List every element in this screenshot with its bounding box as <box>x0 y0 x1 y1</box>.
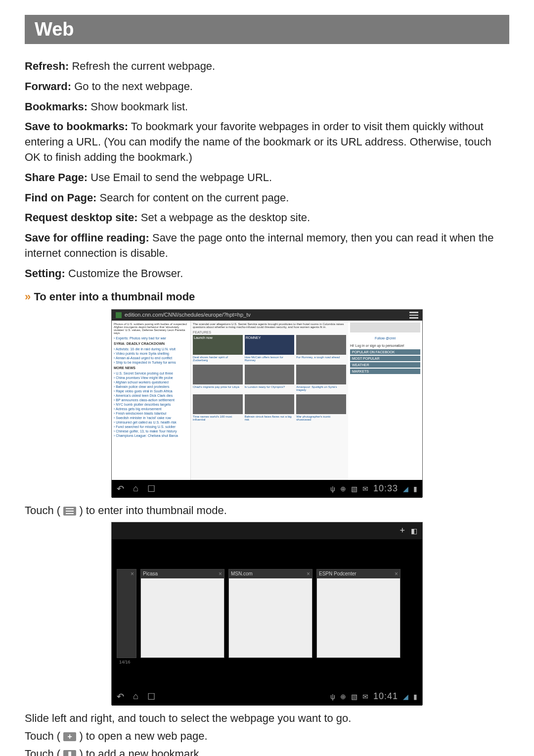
def-bookmarks: Bookmarks: Show bookmark list. <box>25 99 509 115</box>
right-column: Follow @cnni Hi! Log in or sign up to pe… <box>348 321 422 480</box>
status-time: 10:33 <box>373 483 398 494</box>
sd-icon: ▧ <box>351 485 357 493</box>
close-icon: × <box>219 570 222 577</box>
def-setting: Setting: Customize the Browser. <box>25 266 509 282</box>
left-column: Photos of U.S. soldiers posing with bodi… <box>112 321 191 480</box>
status-time: 10:41 <box>373 691 398 702</box>
close-icon: × <box>131 570 134 577</box>
back-icon: ↶ <box>117 483 124 494</box>
instruction-3: Touch ( + ) to open a new web page. <box>25 730 509 743</box>
debug-icon: ⊕ <box>340 693 346 701</box>
usb-icon: ψ <box>330 485 335 493</box>
thumb-picasa: Picasa× <box>140 569 224 658</box>
status-bar: ↶ ⌂ ☐ ψ ⊕ ▧ ✉ 10:33 ◢ ▮ <box>112 480 422 498</box>
subheading-thumbnail-mode: » To enter into a thumbnail mode <box>25 290 509 303</box>
tab-count: 14/16 <box>119 660 131 664</box>
chevrons-icon: » <box>25 290 29 303</box>
def-refresh: Refresh: Refresh the current webpage. <box>25 59 509 74</box>
battery-icon: ▮ <box>413 693 417 701</box>
plus-icon: + <box>63 732 76 741</box>
new-tab-icon: + <box>400 525 405 536</box>
browser-screenshot-1: edition.cnn.com/CNNI/schedules/europe/?h… <box>111 309 423 497</box>
page-content: Photos of U.S. soldiers posing with bodi… <box>112 321 422 480</box>
recent-icon: ☐ <box>147 483 155 494</box>
home-icon: ⌂ <box>133 691 138 702</box>
section-header: Web <box>25 15 509 44</box>
definition-list: Refresh: Refresh the current webpage. Fo… <box>25 59 509 282</box>
thumb-espn: ESPN Podcenter× <box>316 569 400 658</box>
menu-icon <box>409 312 418 319</box>
battery-icon: ▮ <box>413 485 417 493</box>
def-save-to-bookmarks: Save to bookmarks: To bookmark your favo… <box>25 119 509 165</box>
mail-icon: ✉ <box>362 485 368 493</box>
url-text: edition.cnn.com/CNNI/schedules/europe/?h… <box>125 312 251 318</box>
def-save-offline: Save for offline reading: Save the page … <box>25 231 509 261</box>
home-icon: ⌂ <box>133 483 138 494</box>
thumbnail-carousel: × 14/16 Picasa× MSN.com× ESPN Podcenter× <box>112 539 422 688</box>
back-icon: ↶ <box>117 691 124 702</box>
sd-icon: ▧ <box>351 693 357 701</box>
def-find-on-page: Find on Page: Search for content on the … <box>25 190 509 206</box>
mail-icon: ✉ <box>362 693 368 701</box>
debug-icon: ⊕ <box>340 485 346 493</box>
def-forward: Forward: Go to the next webpage. <box>25 79 509 94</box>
wifi-icon: ◢ <box>403 485 408 493</box>
wifi-icon: ◢ <box>403 693 408 701</box>
close-icon: × <box>395 570 398 577</box>
thumb-partial-left: × 14/16 <box>117 569 136 658</box>
def-share-page: Share Page: Use Email to send the webpag… <box>25 170 509 186</box>
usb-icon: ψ <box>330 693 335 701</box>
instruction-1: Touch ( ) to enter into thumbnail mode. <box>25 504 509 517</box>
close-icon: × <box>307 570 310 577</box>
bookmark-icon: ◧ <box>411 527 417 535</box>
top-bar: + ◧ <box>112 522 422 539</box>
recent-icon: ☐ <box>147 691 155 702</box>
status-bar: ↶ ⌂ ☐ ψ ⊕ ▧ ✉ 10:41 ◢ ▮ <box>112 688 422 706</box>
instruction-4: Touch ( ) to add a new bookmark. <box>25 748 509 756</box>
instruction-2: Slide left and right, and touch to selec… <box>25 712 509 725</box>
site-favicon <box>116 312 122 318</box>
bookmark-icon <box>63 750 76 756</box>
mid-column: The scandal over allegations U.S. Secret… <box>191 321 348 480</box>
thumb-msn: MSN.com× <box>228 569 312 658</box>
url-bar: edition.cnn.com/CNNI/schedules/europe/?h… <box>112 310 422 321</box>
browser-screenshot-2: + ◧ × 14/16 Picasa× MSN.com× ESPN Podcen… <box>111 522 423 705</box>
menu-icon <box>63 507 76 516</box>
def-request-desktop: Request desktop site: Set a webpage as t… <box>25 210 509 226</box>
